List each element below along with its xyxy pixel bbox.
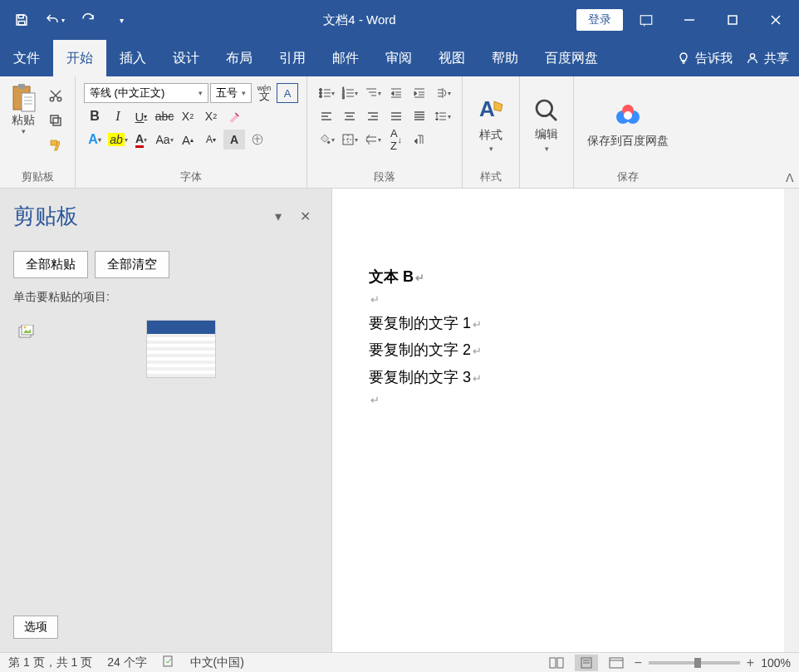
tab-help[interactable]: 帮助 (478, 40, 532, 76)
align-distributed-icon[interactable] (409, 106, 430, 126)
tab-layout[interactable]: 布局 (213, 40, 266, 76)
tab-home[interactable]: 开始 (53, 40, 106, 76)
baidu-cloud-icon (613, 101, 643, 130)
bold-button[interactable]: B (84, 106, 105, 126)
maximize-icon[interactable] (713, 5, 752, 35)
format-painter-icon[interactable] (45, 135, 66, 156)
close-icon[interactable] (756, 5, 796, 35)
ribbon-display-icon[interactable] (626, 5, 666, 35)
svg-rect-0 (18, 15, 23, 18)
svg-point-77 (24, 326, 27, 329)
document-content[interactable]: 文本 B↵ ↵ 要复制的文字 1↵ 要复制的文字 2↵ 要复制的文字 3↵ ↵ (349, 205, 799, 410)
change-case-icon[interactable]: Aa ▾ (154, 130, 175, 150)
zoom-out-button[interactable]: − (635, 655, 642, 670)
snap-to-grid-icon[interactable]: ▾ (362, 130, 384, 150)
styles-button[interactable]: A 样式 ▾ (468, 80, 514, 168)
strikethrough-button[interactable]: abc (154, 106, 175, 126)
sort-icon[interactable]: AZ↓ (385, 130, 407, 150)
status-page[interactable]: 第 1 页，共 1 页 (8, 655, 92, 670)
clipboard-item[interactable] (13, 315, 318, 383)
minimize-icon[interactable] (669, 5, 709, 35)
signin-button[interactable]: 登录 (576, 9, 623, 31)
save-baidu-button[interactable]: 保存到百度网盘 (579, 80, 677, 168)
svg-rect-4 (728, 16, 737, 24)
status-proofing-icon[interactable] (162, 655, 175, 670)
editing-button[interactable]: 编辑 ▾ (525, 80, 568, 170)
collapse-ribbon-icon[interactable]: ᐱ (786, 171, 794, 184)
clipboard-options-button[interactable]: 选项 (13, 616, 58, 639)
view-print-icon[interactable] (575, 655, 598, 671)
align-justify-icon[interactable] (385, 106, 407, 126)
underline-button[interactable]: U ▾ (130, 106, 152, 126)
tab-baidu[interactable]: 百度网盘 (532, 40, 611, 76)
paste-all-button[interactable]: 全部粘贴 (13, 251, 88, 278)
undo-icon[interactable]: ▾ (40, 5, 70, 35)
shading-icon[interactable]: ▾ (316, 130, 337, 150)
decrease-indent-icon[interactable] (385, 83, 407, 103)
redo-icon[interactable] (73, 5, 103, 35)
line-spacing-icon[interactable]: ▾ (432, 106, 453, 126)
svg-rect-18 (53, 118, 61, 125)
qat-customize-icon[interactable]: ▾ (106, 5, 136, 35)
superscript-button[interactable]: X2 (200, 106, 222, 126)
panel-options-icon[interactable]: ▾ (265, 204, 292, 230)
text-effects-icon[interactable]: A ▾ (84, 130, 105, 150)
char-border-icon[interactable]: A (277, 83, 298, 103)
align-center-icon[interactable] (339, 106, 360, 126)
zoom-in-button[interactable]: + (747, 655, 754, 670)
align-left-icon[interactable] (316, 106, 337, 126)
clear-all-button[interactable]: 全部清空 (95, 251, 169, 278)
group-paragraph: ▾ 123▾ ▾ ▾ ▾ ▾ ▾ (307, 76, 463, 188)
status-language[interactable]: 中文(中国) (190, 655, 244, 670)
tab-references[interactable]: 引用 (266, 40, 319, 76)
tab-review[interactable]: 审阅 (372, 40, 425, 76)
save-icon[interactable] (7, 5, 37, 35)
vertical-scrollbar[interactable] (784, 189, 799, 652)
paste-button[interactable]: 粘贴 ▾ (5, 80, 42, 168)
view-read-icon[interactable] (545, 655, 568, 671)
shrink-font-icon[interactable]: A▾ (200, 130, 222, 150)
italic-button[interactable]: I (107, 106, 129, 126)
tellme-button[interactable]: 告诉我 (677, 51, 733, 66)
multilevel-list-icon[interactable]: ▾ (362, 83, 384, 103)
status-words[interactable]: 24 个字 (107, 655, 146, 670)
svg-rect-78 (164, 656, 172, 666)
copy-icon[interactable] (45, 110, 66, 131)
ribbon: 粘贴 ▾ 剪贴板 等线 (中文正文)▾ 五号▾ wén文 A B (0, 76, 799, 189)
asian-layout-icon[interactable]: ▾ (432, 83, 453, 103)
enclose-char-icon[interactable]: ㊉ (247, 130, 268, 150)
tab-design[interactable]: 设计 (159, 40, 213, 76)
char-shading-icon[interactable]: A (223, 130, 245, 150)
font-name-combo[interactable]: 等线 (中文正文)▾ (84, 83, 208, 103)
bullets-icon[interactable]: ▾ (316, 83, 337, 103)
increase-indent-icon[interactable] (409, 83, 430, 103)
show-paragraph-marks-icon[interactable] (409, 130, 430, 150)
picture-icon (18, 325, 35, 341)
tab-mailings[interactable]: 邮件 (319, 40, 372, 76)
doc-name: 文档4 (323, 12, 355, 27)
document-area[interactable]: 文本 B↵ ↵ 要复制的文字 1↵ 要复制的文字 2↵ 要复制的文字 3↵ ↵ (332, 189, 799, 652)
panel-close-icon[interactable]: ✕ (292, 204, 318, 230)
subscript-button[interactable]: X2 (177, 106, 199, 126)
tab-view[interactable]: 视图 (425, 40, 478, 76)
numbering-icon[interactable]: 123▾ (339, 83, 360, 103)
tab-insert[interactable]: 插入 (106, 40, 159, 76)
zoom-level[interactable]: 100% (761, 656, 791, 670)
app-name: Word (366, 12, 396, 27)
highlight-icon[interactable]: ab ▾ (107, 130, 129, 150)
font-color-icon[interactable]: A ▾ (130, 130, 152, 150)
tab-file[interactable]: 文件 (0, 40, 53, 76)
zoom-slider[interactable] (649, 661, 740, 665)
svg-point-24 (320, 96, 322, 98)
doc-line: 要复制的文字 1↵ (369, 310, 799, 336)
view-web-icon[interactable] (605, 655, 628, 671)
cut-icon[interactable] (45, 85, 66, 106)
share-button[interactable]: 共享 (746, 51, 789, 66)
clear-formatting-icon[interactable] (223, 106, 245, 126)
font-size-combo[interactable]: 五号▾ (210, 83, 252, 103)
main-area: 剪贴板 ▾ ✕ 全部粘贴 全部清空 单击要粘贴的项目: 选项 文本 B↵ ↵ (0, 189, 799, 652)
grow-font-icon[interactable]: A▴ (177, 130, 199, 150)
phonetic-guide-icon[interactable]: wén文 (253, 83, 275, 103)
align-right-icon[interactable] (362, 106, 384, 126)
borders-icon[interactable]: ▾ (339, 130, 360, 150)
